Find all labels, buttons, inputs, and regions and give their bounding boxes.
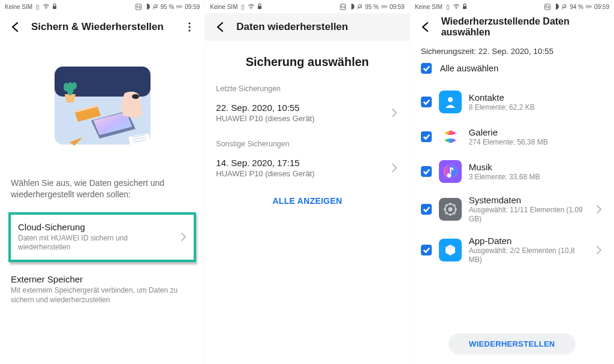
- svg-point-34: [448, 97, 453, 102]
- dnd-icon: [553, 4, 559, 10]
- chevron-right-icon: [390, 109, 399, 117]
- external-storage-sub: Mit externem Speichergerät verbinden, um…: [11, 286, 194, 305]
- checkbox-icon: [421, 63, 432, 74]
- svg-point-15: [132, 94, 139, 99]
- wifi-icon: [43, 4, 49, 10]
- header-select-data: Wiederherzustellende Daten auswählen: [410, 13, 614, 41]
- appdata-icon: [439, 239, 462, 261]
- lock-icon: [52, 4, 58, 10]
- page-title: Sichern & Wiederherstellen: [31, 21, 173, 33]
- status-bar: Keine SIM ▯ 95 % 09:59: [0, 0, 204, 13]
- header-restore-data: Daten wiederherstellen: [205, 13, 409, 41]
- gallery-icon: [439, 125, 462, 148]
- mute-icon: [357, 4, 363, 10]
- item-name: Kontakte: [469, 92, 603, 103]
- battery-icon: [381, 4, 387, 10]
- sim-status: Keine SIM: [415, 4, 443, 10]
- chevron-right-icon: [179, 233, 188, 241]
- nfc-icon: [136, 4, 142, 10]
- item-name: Galerie: [469, 127, 603, 137]
- item-meta: Ausgewählt: 11/11 Elementen (1,09 GB): [469, 206, 588, 224]
- back-button[interactable]: [8, 20, 22, 34]
- lock-icon: [257, 4, 263, 10]
- page-title: Daten wiederherstellen: [236, 21, 401, 33]
- item-name: Musik: [469, 162, 603, 172]
- contacts-icon: [439, 91, 462, 113]
- sim-icon: ▯: [240, 4, 246, 10]
- select-all-checkbox[interactable]: Alle auswählen: [421, 63, 603, 74]
- svg-rect-25: [386, 6, 387, 7]
- svg-point-3: [46, 8, 47, 9]
- backup-date: 22. Sep. 2020, 10:55: [216, 103, 390, 113]
- wifi-icon: [453, 4, 459, 10]
- svg-rect-9: [177, 6, 181, 8]
- svg-point-14: [72, 82, 77, 89]
- external-storage-title: Externer Speicher: [11, 274, 194, 284]
- nfc-icon: [340, 4, 346, 10]
- checkbox-icon: [421, 97, 432, 107]
- svg-rect-4: [53, 6, 56, 9]
- back-button[interactable]: [419, 20, 432, 34]
- chevron-right-icon: [595, 205, 603, 213]
- settings-icon: [439, 198, 462, 221]
- lock-icon: [462, 4, 468, 10]
- battery-icon: [176, 4, 182, 10]
- svg-rect-32: [591, 6, 591, 7]
- show-all-button[interactable]: ALLE ANZEIGEN: [205, 185, 409, 216]
- select-all-label: Alle auswählen: [440, 64, 499, 73]
- svg-rect-33: [586, 6, 591, 8]
- illustration: [0, 41, 204, 173]
- checkbox-icon: [421, 166, 432, 177]
- mute-icon: [152, 4, 158, 10]
- clock-time: 09:59: [185, 4, 200, 10]
- status-bar: Keine SIM ▯ 95 % 09:59: [205, 0, 409, 13]
- panel-select-data: Keine SIM ▯ 94 % 09:59 Wiederherzustelle…: [410, 0, 614, 364]
- back-button[interactable]: [213, 20, 227, 34]
- item-contacts[interactable]: Kontakte 8 Elemente; 62,2 KB: [421, 85, 603, 119]
- mute-icon: [561, 4, 567, 10]
- backup-row-recent[interactable]: 22. Sep. 2020, 10:55 HUAWEI P10 (dieses …: [205, 95, 409, 130]
- backup-device: HUAWEI P10 (dieses Gerät): [216, 169, 390, 178]
- svg-rect-26: [382, 6, 386, 8]
- svg-rect-21: [258, 6, 261, 9]
- item-meta: 8 Elemente; 62,2 KB: [469, 103, 603, 112]
- external-storage-option[interactable]: Externer Speicher Mit externem Speicherg…: [10, 268, 195, 311]
- restore-button-wrap: WIEDERHERSTELLEN: [410, 326, 614, 364]
- page-title: Wiederherzustellende Daten auswählen: [441, 16, 606, 38]
- chevron-right-icon: [595, 246, 603, 254]
- panel-restore-data: Keine SIM ▯ 95 % 09:59 Daten wiederherst…: [204, 0, 409, 364]
- recent-backups-label: Letzte Sicherungen: [205, 82, 409, 95]
- checkbox-icon: [421, 131, 432, 142]
- item-appdata[interactable]: App-Daten Ausgewählt: 2/2 Elementen (10,…: [421, 230, 603, 270]
- svg-rect-8: [182, 6, 182, 7]
- svg-point-46: [448, 207, 452, 212]
- item-name: Systemdaten: [469, 195, 588, 205]
- dnd-icon: [144, 4, 150, 10]
- clock-time: 09:59: [390, 4, 405, 10]
- sim-status: Keine SIM: [210, 4, 237, 10]
- svg-point-13: [64, 83, 68, 91]
- battery-pct: 95 %: [161, 4, 174, 10]
- restore-button[interactable]: WIEDERHERSTELLEN: [449, 333, 575, 354]
- music-icon: [439, 160, 462, 183]
- sim-icon: ▯: [445, 4, 451, 10]
- backup-device: HUAWEI P10 (dieses Gerät): [216, 114, 390, 123]
- item-name: App-Daten: [469, 236, 588, 246]
- status-bar: Keine SIM ▯ 94 % 09:59: [410, 0, 614, 13]
- clock-time: 09:59: [594, 4, 609, 10]
- item-gallery[interactable]: Galerie 274 Elemente; 56,38 MB: [421, 119, 603, 154]
- checkbox-icon: [421, 245, 432, 255]
- backup-date: 14. Sep. 2020, 17:15: [216, 158, 390, 168]
- item-systemdata[interactable]: Systemdaten Ausgewählt: 11/11 Elementen …: [421, 189, 603, 230]
- overflow-menu-button[interactable]: [183, 20, 196, 34]
- cloud-backup-option[interactable]: Cloud-Sicherung Daten mit HUAWEI ID sich…: [8, 212, 196, 262]
- cloud-backup-title: Cloud-Sicherung: [18, 222, 174, 232]
- battery-icon: [586, 4, 592, 10]
- panel-backup-restore: Keine SIM ▯ 95 % 09:59 Sichern & Wiederh…: [0, 0, 204, 364]
- select-backup-heading: Sicherung auswählen: [205, 41, 409, 82]
- backup-row-other[interactable]: 14. Sep. 2020, 17:15 HUAWEI P10 (dieses …: [205, 151, 409, 185]
- cloud-backup-sub: Daten mit HUAWEI ID sichern und wiederhe…: [18, 234, 174, 252]
- battery-pct: 95 %: [365, 4, 379, 10]
- item-music[interactable]: Musik 3 Elemente; 33,68 MB: [421, 154, 603, 189]
- svg-point-20: [251, 8, 252, 9]
